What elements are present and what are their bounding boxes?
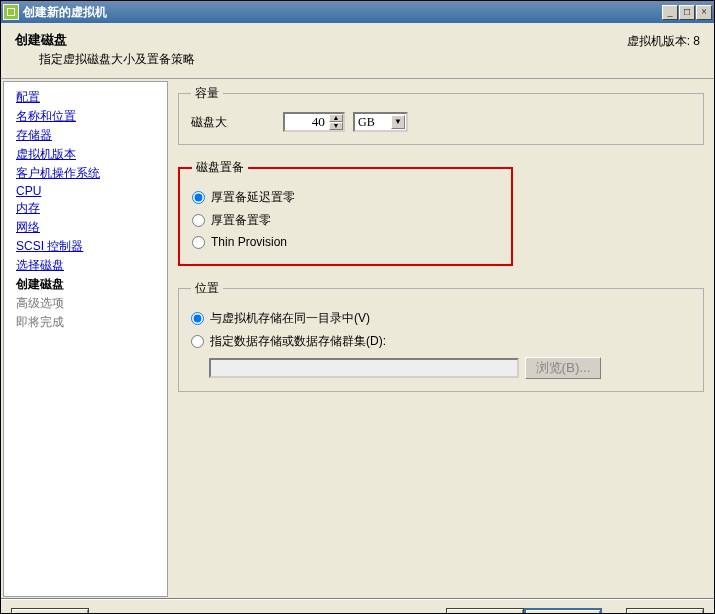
provisioning-group: 磁盘置备 厚置备延迟置零 厚置备置零 Thin Provision — [178, 159, 513, 266]
nav-step-ready: 即将完成 — [16, 313, 167, 332]
radio-specify-datastore[interactable]: 指定数据存储或数据存储群集(D): — [191, 330, 691, 353]
disk-size-unit-select[interactable]: GB ▼ — [353, 112, 408, 132]
minimize-button[interactable]: _ — [662, 5, 678, 20]
disk-size-label: 磁盘大 — [191, 114, 227, 131]
radio-thick-lazy-input[interactable] — [192, 191, 205, 204]
nav-step-memory[interactable]: 内存 — [16, 199, 167, 218]
nav-step-cpu[interactable]: CPU — [16, 183, 167, 199]
location-legend: 位置 — [191, 280, 223, 297]
spinner-up-icon[interactable]: ▲ — [329, 114, 343, 122]
window-title: 创建新的虚拟机 — [23, 4, 662, 21]
provisioning-legend: 磁盘置备 — [192, 159, 248, 176]
radio-thick-eager-input[interactable] — [192, 214, 205, 227]
radio-store-with-vm-input[interactable] — [191, 312, 204, 325]
page-subtitle: 指定虚拟磁盘大小及置备策略 — [15, 49, 627, 68]
radio-store-with-vm[interactable]: 与虚拟机存储在同一目录中(V) — [191, 307, 691, 330]
radio-thin[interactable]: Thin Provision — [192, 232, 499, 252]
nav-step-advanced: 高级选项 — [16, 294, 167, 313]
capacity-group: 容量 磁盘大 ▲ ▼ GB ▼ — [178, 85, 704, 145]
datastore-path-input — [209, 358, 519, 378]
page-title: 创建磁盘 — [15, 31, 627, 49]
radio-thick-eager[interactable]: 厚置备置零 — [192, 209, 499, 232]
vm-version-label: 虚拟机版本: 8 — [627, 31, 700, 50]
nav-step-vm-version[interactable]: 虚拟机版本 — [16, 145, 167, 164]
nav-step-storage[interactable]: 存储器 — [16, 126, 167, 145]
chevron-down-icon[interactable]: ▼ — [391, 115, 405, 129]
nav-step-guest-os[interactable]: 客户机操作系统 — [16, 164, 167, 183]
cancel-button[interactable]: 取消 — [626, 608, 704, 614]
radio-thick-lazy-label: 厚置备延迟置零 — [211, 189, 295, 206]
title-bar: 创建新的虚拟机 _ □ × — [1, 1, 714, 23]
wizard-footer: 帮助(H) < 上一步 下一步 > 取消 — [1, 599, 714, 614]
radio-thin-label: Thin Provision — [211, 235, 287, 249]
browse-button: 浏览(B)... — [525, 357, 601, 379]
wizard-header: 创建磁盘 指定虚拟磁盘大小及置备策略 虚拟机版本: 8 — [1, 23, 714, 79]
radio-thick-eager-label: 厚置备置零 — [211, 212, 271, 229]
nav-step-config[interactable]: 配置 — [16, 88, 167, 107]
main-panel: 容量 磁盘大 ▲ ▼ GB ▼ 磁盘置备 — [170, 79, 714, 599]
radio-thin-input[interactable] — [192, 236, 205, 249]
radio-store-with-vm-label: 与虚拟机存储在同一目录中(V) — [210, 310, 370, 327]
spinner-down-icon[interactable]: ▼ — [329, 122, 343, 130]
nav-step-network[interactable]: 网络 — [16, 218, 167, 237]
svg-rect-1 — [8, 9, 14, 15]
nav-step-create-disk: 创建磁盘 — [16, 275, 167, 294]
help-button[interactable]: 帮助(H) — [11, 608, 89, 614]
maximize-button[interactable]: □ — [679, 5, 695, 20]
next-button[interactable]: 下一步 > — [524, 608, 602, 614]
capacity-legend: 容量 — [191, 85, 223, 102]
location-group: 位置 与虚拟机存储在同一目录中(V) 指定数据存储或数据存储群集(D): 浏览(… — [178, 280, 704, 392]
nav-step-name-location[interactable]: 名称和位置 — [16, 107, 167, 126]
wizard-steps-nav: 配置 名称和位置 存储器 虚拟机版本 客户机操作系统 CPU 内存 网络 SCS… — [3, 81, 168, 597]
radio-specify-datastore-input[interactable] — [191, 335, 204, 348]
radio-thick-lazy[interactable]: 厚置备延迟置零 — [192, 186, 499, 209]
close-button[interactable]: × — [696, 5, 712, 20]
nav-step-scsi[interactable]: SCSI 控制器 — [16, 237, 167, 256]
disk-size-unit-value: GB — [358, 115, 375, 130]
radio-specify-datastore-label: 指定数据存储或数据存储群集(D): — [210, 333, 386, 350]
back-button[interactable]: < 上一步 — [446, 608, 524, 614]
nav-step-select-disk[interactable]: 选择磁盘 — [16, 256, 167, 275]
app-icon — [3, 4, 19, 20]
